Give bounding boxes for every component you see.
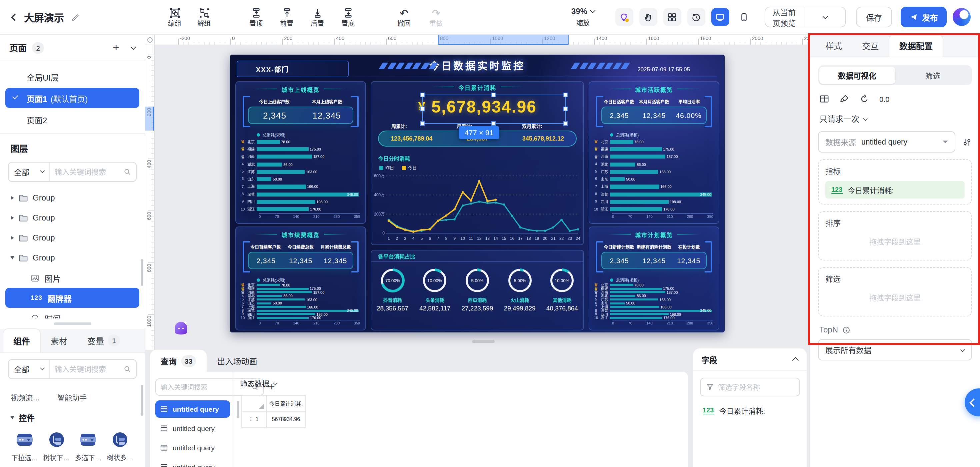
request-mode-select[interactable]: 只请求一次 [819, 113, 970, 124]
bar[interactable] [257, 147, 308, 151]
bar[interactable] [257, 140, 280, 144]
metric-dropzone[interactable]: 指标 123 今日累计消耗: [818, 159, 972, 205]
layer-type-filter[interactable]: 全部 [9, 162, 50, 181]
bar[interactable] [257, 299, 305, 301]
layer-search-input[interactable] [50, 168, 123, 176]
collapse-pages-icon[interactable] [130, 44, 136, 50]
donut-chart[interactable]: 10.00%头条消耗42,582,117 [416, 267, 454, 312]
assistant-mascot[interactable] [172, 319, 190, 337]
redo-button[interactable]: ↷ 重做 [430, 7, 443, 27]
preview-button[interactable]: 从当前页预览 [765, 7, 846, 27]
ruler-origin-button[interactable] [145, 35, 155, 45]
bar[interactable] [257, 288, 308, 290]
control-item[interactable]: 树状下… [41, 431, 72, 462]
page-item[interactable]: 全局UI层 [5, 67, 139, 87]
caret-icon[interactable] [11, 216, 14, 220]
sidebar-tab-组件[interactable]: 组件 [3, 329, 41, 353]
bar[interactable] [610, 170, 658, 174]
tab-animations[interactable]: 出入场动画 [206, 350, 268, 372]
bar-chart[interactable]: 总消耗(求和)♛北京78.00♛福建175.00♛河南187.004湖北86.0… [589, 275, 719, 327]
send-to-bottom-button[interactable]: 置底 [341, 7, 355, 27]
table-corner-cell[interactable] [242, 396, 267, 411]
component-label[interactable]: 智能助手 [57, 392, 87, 402]
hourly-line-chart[interactable]: 0200万400万600万123456789101112131415161718… [374, 169, 582, 244]
zoom-control[interactable]: 39% 缩放 [571, 7, 595, 27]
bar[interactable] [257, 192, 359, 197]
bar-chart[interactable]: 总消耗(求和)♛北京78.00♛福建175.00♛河南187.004湖北86.0… [236, 275, 365, 327]
bar[interactable] [257, 208, 309, 211]
tab-queries[interactable]: 查询 33 [150, 350, 206, 372]
canvas-area[interactable]: 今日数据实时监控 XXX-部门 2025-07-09 17:55:05 今日累计… [155, 45, 809, 350]
panel-resize-handle[interactable] [54, 322, 91, 325]
component-type-filter[interactable]: 全部 [9, 360, 50, 378]
collapse-icon[interactable] [792, 357, 799, 364]
control-item[interactable]: 树状多… [105, 431, 135, 462]
bar[interactable] [610, 288, 662, 290]
bar[interactable] [610, 317, 662, 319]
query-item[interactable]: untitled query [155, 458, 230, 467]
bar[interactable] [610, 155, 665, 159]
components-grid-button[interactable] [663, 8, 681, 26]
layer-group-row[interactable]: Group [0, 208, 145, 228]
history-button[interactable] [687, 8, 705, 26]
page-item[interactable]: 页面1(默认首页) [5, 88, 139, 108]
donut-chart[interactable]: 10.00%其他消耗40,376,864 [542, 267, 581, 312]
control-item[interactable]: 多选下… [73, 431, 103, 462]
horizontal-scrollbar[interactable] [472, 340, 495, 343]
bar[interactable] [610, 295, 635, 297]
control-item[interactable]: 下拉选… [10, 431, 40, 462]
component-search-input[interactable] [50, 365, 123, 373]
bar[interactable] [610, 208, 662, 211]
datasource-select[interactable]: 数据来源 untitled query [818, 131, 955, 152]
refresh-interval-value[interactable]: 0.0 [879, 95, 890, 103]
bar[interactable] [257, 302, 271, 305]
bar[interactable] [257, 295, 282, 297]
field-filter-input[interactable] [718, 383, 794, 391]
group-button[interactable]: 编组 [168, 7, 181, 27]
bring-forward-button[interactable]: 前置 [280, 7, 293, 27]
info-icon[interactable] [842, 326, 851, 334]
bar[interactable] [257, 155, 312, 159]
send-backward-button[interactable]: 后置 [311, 7, 324, 27]
layer-item-row[interactable]: 时间 [5, 308, 139, 318]
add-page-button[interactable]: + [113, 42, 119, 53]
table-row[interactable]: ⠿1 5678934.96 [242, 411, 305, 427]
tune-icon[interactable] [962, 137, 972, 147]
edit-title-icon[interactable] [71, 13, 80, 21]
bar[interactable] [257, 162, 282, 166]
field-item[interactable]: 123今日累计消耗: [700, 405, 800, 416]
scrollbar-thumb[interactable] [141, 385, 143, 416]
bar[interactable] [610, 306, 659, 308]
publish-button[interactable]: 发布 [900, 7, 947, 27]
bar[interactable] [610, 299, 658, 301]
kpi-value[interactable]: 5,678,934.96 [431, 97, 537, 117]
caret-icon[interactable] [11, 196, 14, 200]
bar[interactable] [610, 140, 633, 144]
table-cell-value[interactable]: 5678934.96 [267, 412, 305, 427]
tab-style[interactable]: 样式 [815, 34, 852, 57]
page-item[interactable]: 页面2 [5, 109, 139, 129]
query-item[interactable]: untitled query [155, 400, 230, 418]
caret-icon[interactable] [11, 236, 14, 240]
sidebar-tab-变量[interactable]: 变量1 [77, 329, 130, 353]
data-mode-select[interactable]: 静态数据 [240, 378, 681, 388]
bar[interactable] [257, 200, 315, 204]
bar[interactable] [257, 313, 315, 315]
tab-interaction[interactable]: 交互 [852, 34, 889, 57]
query-item[interactable]: untitled query [155, 420, 230, 437]
tab-data-config[interactable]: 数据配置 [889, 34, 943, 57]
dashboard-canvas[interactable]: 今日数据实时监控 XXX-部门 2025-07-09 17:55:05 今日累计… [230, 55, 725, 332]
back-icon[interactable] [11, 13, 19, 21]
avatar[interactable] [953, 8, 970, 26]
bar-chart[interactable]: 总消耗(求和)♛北京78.00♛福建175.00♛河南187.004湖北86.0… [236, 130, 365, 221]
table-icon[interactable] [819, 94, 829, 104]
bar[interactable] [610, 147, 662, 151]
row-drag-handle[interactable]: ⠿ [249, 417, 253, 422]
bring-to-top-button[interactable]: 置顶 [249, 7, 262, 27]
bar[interactable] [610, 162, 635, 166]
ai-assistant-button[interactable] [615, 8, 633, 26]
gesture-button[interactable] [640, 8, 657, 26]
bar[interactable] [257, 317, 309, 319]
mobile-view-button[interactable] [735, 8, 753, 26]
bar[interactable] [257, 306, 305, 308]
